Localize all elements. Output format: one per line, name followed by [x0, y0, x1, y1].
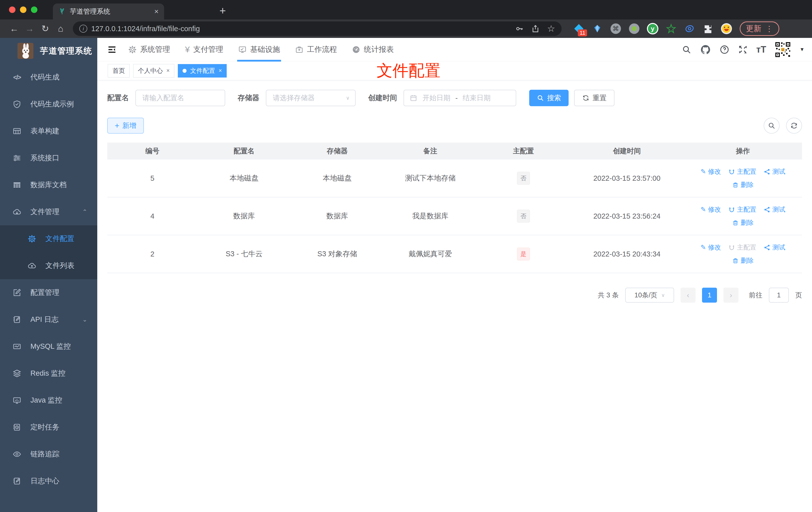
tab-title: 芋道管理系统: [70, 7, 150, 16]
sidebar-item-redis-monitor[interactable]: Redis 监控: [0, 360, 97, 387]
password-key-icon[interactable]: [515, 24, 524, 33]
date-range-picker[interactable]: 开始日期 - 结束日期: [404, 90, 516, 106]
table-header: 编号 配置名 存储器 备注 主配置 创建时间 操作: [107, 143, 802, 159]
sidebar-item-mysql-monitor[interactable]: MySQL 监控: [0, 333, 97, 360]
edit-square-icon: [11, 288, 23, 297]
next-page-button[interactable]: ›: [723, 288, 738, 303]
annotation-file-config: 文件配置: [377, 60, 440, 82]
site-info-icon[interactable]: i: [79, 25, 87, 33]
search-icon[interactable]: [682, 44, 692, 55]
prev-page-button[interactable]: ‹: [680, 288, 696, 303]
tag-home[interactable]: 首页: [108, 64, 130, 78]
sidebar-item-file-management[interactable]: 文件管理 ⌃: [0, 199, 97, 225]
page-size-select[interactable]: 10条/页 ∨: [625, 288, 674, 303]
edit-link[interactable]: ✎ 修改: [700, 243, 721, 252]
browser-tab[interactable]: 芋道管理系统 ×: [53, 3, 164, 20]
nav-item-workflow[interactable]: 工作流程: [288, 38, 344, 61]
pencil-icon: ✎: [700, 206, 706, 213]
extension-puzzle-icon[interactable]: [702, 23, 714, 34]
avatar[interactable]: [775, 41, 791, 58]
nav-item-system[interactable]: 系统管理: [121, 38, 178, 61]
extension-star-icon[interactable]: [665, 23, 677, 34]
delete-link[interactable]: 删除: [732, 256, 754, 265]
extension-diamond-icon[interactable]: 11: [573, 23, 585, 34]
refresh-button[interactable]: [786, 118, 802, 133]
table-toolbar: + 新增: [107, 118, 802, 133]
sidebar-item-log-center[interactable]: 日志中心: [0, 468, 97, 494]
sidebar-item-system-api[interactable]: 系统接口: [0, 145, 97, 172]
extension-emoji-icon[interactable]: [721, 23, 732, 34]
sidebar-item-api-log[interactable]: API 日志 ⌄: [0, 306, 97, 333]
tag-file-config[interactable]: 文件配置 ×: [178, 64, 227, 78]
browser-menu-dots-icon[interactable]: ⋮: [765, 24, 773, 33]
app-logo[interactable]: 芋道管理系统: [0, 38, 97, 64]
sidebar-item-db-doc[interactable]: 数据库文档: [0, 172, 97, 199]
pagination: 共 3 条 10条/页 ∨ ‹ 1 › 前往 页: [107, 288, 802, 303]
sidebar-item-code-example[interactable]: 代码生成示例: [0, 91, 97, 118]
app-header: 系统管理 ¥ 支付管理 基础设施: [97, 38, 812, 61]
back-icon[interactable]: ←: [6, 24, 22, 34]
tags-view-bar: 首页 个人中心 × 文件配置 ×: [97, 61, 812, 80]
test-link[interactable]: 测试: [764, 167, 785, 176]
sidebar-item-form-builder[interactable]: 表单构建: [0, 118, 97, 145]
tab-close-icon[interactable]: ×: [154, 7, 158, 16]
add-button[interactable]: + 新增: [107, 118, 144, 133]
reload-icon[interactable]: ↻: [37, 24, 53, 34]
edit-link[interactable]: ✎ 修改: [700, 167, 721, 176]
test-link[interactable]: 测试: [764, 205, 785, 214]
test-link[interactable]: 测试: [764, 243, 785, 252]
window-minimize-button[interactable]: [20, 6, 26, 13]
new-tab-button[interactable]: +: [220, 4, 226, 17]
sidebar-item-config-management[interactable]: 配置管理: [0, 279, 97, 306]
goto-page-input[interactable]: [769, 288, 789, 303]
gear-icon: [128, 46, 137, 54]
sidebar-item-scheduled-task[interactable]: 定时任务: [0, 414, 97, 441]
toggle-search-button[interactable]: [764, 118, 780, 133]
share-icon[interactable]: [531, 24, 540, 33]
sidebar-item-trace[interactable]: 链路追踪: [0, 441, 97, 468]
avatar-dropdown-caret-icon[interactable]: ▼: [800, 47, 805, 52]
set-master-link[interactable]: 主配置: [728, 205, 756, 214]
config-name-input[interactable]: [136, 90, 225, 106]
extension-gem-icon[interactable]: [591, 23, 603, 34]
storage-label: 存储器: [238, 93, 259, 103]
page-number-current[interactable]: 1: [702, 288, 717, 303]
master-tag: 否: [517, 210, 530, 222]
sidebar-item-file-list[interactable]: 文件列表: [0, 252, 97, 279]
set-master-link[interactable]: 主配置: [728, 167, 756, 176]
edit-link[interactable]: ✎ 修改: [700, 205, 721, 214]
nav-item-report[interactable]: 统计报表: [344, 38, 401, 61]
home-icon[interactable]: ⌂: [53, 24, 68, 34]
fullscreen-icon[interactable]: [738, 44, 748, 55]
sidebar-item-java-monitor[interactable]: Java 监控: [0, 387, 97, 414]
sidebar-item-file-config[interactable]: 文件配置: [0, 225, 97, 252]
forward-icon[interactable]: →: [22, 24, 37, 34]
extension-command-icon[interactable]: ⌘: [610, 23, 621, 34]
sidebar-collapse-icon[interactable]: [107, 44, 117, 55]
extension-yudao-icon[interactable]: y: [647, 23, 658, 34]
browser-update-button[interactable]: 更新 ⋮: [740, 22, 779, 36]
url-text[interactable]: 127.0.0.1:1024/infra/file/file-config: [91, 25, 511, 33]
nav-item-infra[interactable]: 基础设施: [231, 38, 288, 61]
delete-link[interactable]: 删除: [732, 218, 754, 227]
search-button[interactable]: 搜索: [529, 90, 569, 106]
delete-link[interactable]: 删除: [732, 180, 754, 189]
extension-dot-icon[interactable]: [629, 23, 640, 34]
font-size-icon[interactable]: тT: [756, 44, 766, 55]
github-icon[interactable]: [700, 44, 711, 55]
sidebar-item-code-generation[interactable]: </> 代码生成: [0, 64, 97, 91]
tag-close-icon[interactable]: ×: [166, 67, 170, 74]
tag-profile[interactable]: 个人中心 ×: [133, 64, 174, 78]
main-panel: 系统管理 ¥ 支付管理 基础设施: [97, 38, 812, 512]
address-bar[interactable]: i 127.0.0.1:1024/infra/file/file-config …: [73, 22, 561, 36]
bookmark-star-icon[interactable]: ☆: [547, 24, 555, 34]
window-zoom-button[interactable]: [31, 6, 37, 13]
help-icon[interactable]: [720, 44, 729, 55]
reset-button[interactable]: 重置: [574, 90, 614, 106]
form-grid-icon: [11, 127, 23, 135]
storage-select[interactable]: 请选择存储器 ∨: [266, 90, 356, 106]
tag-close-icon[interactable]: ×: [219, 67, 222, 74]
extension-spiral-icon[interactable]: [684, 23, 695, 34]
window-close-button[interactable]: [9, 6, 16, 13]
nav-item-payment[interactable]: ¥ 支付管理: [178, 38, 231, 61]
